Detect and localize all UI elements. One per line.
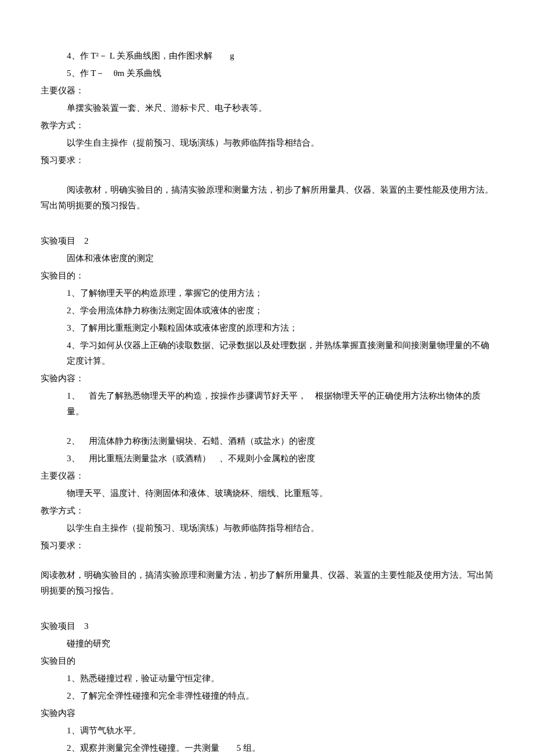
exp3-purpose-item-1: 1、熟悉碰撞过程，验证动量守恒定律。 [41, 671, 493, 686]
exp2-purpose-item-3: 3、了解用比重瓶测定小颗粒固体或液体密度的原理和方法； [41, 320, 493, 336]
exp2-purpose-item-4-text: 4、学习如何从仪器上正确的读取数据、记录数据以及处理数据，并熟练掌握直接测量和间… [67, 341, 489, 366]
exp3-project-label: 实验项目 3 [41, 618, 493, 634]
exp1-instrument-text: 单摆实验装置一套、米尺、游标卡尺、电子秒表等。 [41, 100, 493, 116]
exp2-purpose-item-4: 4、学习如何从仪器上正确的读取数据、记录数据以及处理数据，并熟练掌握直接测量和间… [41, 338, 493, 369]
exp2-teaching-text: 以学生自主操作（提前预习、现场演练）与教师临阵指导相结合。 [41, 520, 493, 536]
exp3-content-item-2: 2、观察并测量完全弹性碰撞。一共测量 5 组。 [41, 740, 493, 756]
exp1-teaching-label: 教学方式： [41, 118, 493, 133]
exp2-content-label: 实验内容： [41, 371, 493, 386]
exp3-purpose-item-2: 2、了解完全弹性碰撞和完全非弹性碰撞的特点。 [41, 688, 493, 704]
exp2-purpose-item-2: 2、学会用流体静力称衡法测定固体或液体的密度； [41, 303, 493, 319]
exp2-purpose-item-1: 1、了解物理天平的构造原理，掌握它的使用方法； [41, 285, 493, 301]
exp1-content-item-4: 4、作 T²－ L 关系曲线图，由作图求解 g [41, 48, 493, 64]
exp3-title: 碰撞的研究 [41, 636, 493, 652]
exp3-content-label: 实验内容 [41, 706, 493, 721]
exp2-project-label: 实验项目 2 [41, 233, 493, 249]
exp1-content-item-5: 5、作 T－ θm 关系曲线 [41, 66, 493, 81]
exp1-instrument-label: 主要仪器： [41, 83, 493, 99]
exp1-preview-text: 阅读教材，明确实验目的，搞清实验原理和测量方法，初步了解所用量具、仪器、装置的主… [41, 182, 493, 214]
exp2-instrument-text: 物理天平、温度计、待测固体和液体、玻璃烧杯、细线、比重瓶等。 [41, 486, 493, 501]
exp2-content-item-3: 3、 用比重瓶法测量盐水（或酒精） 、不规则小金属粒的密度 [41, 451, 493, 466]
exp2-title: 固体和液体密度的测定 [41, 251, 493, 266]
exp2-preview-text: 阅读教材，明确实验目的，搞清实验原理和测量方法，初步了解所用量具、仪器、装置的主… [41, 567, 493, 599]
exp3-purpose-label: 实验目的 [41, 653, 493, 669]
exp2-teaching-label: 教学方式： [41, 503, 493, 519]
exp2-content-item-1: 1、 首先了解熟悉物理天平的构造，按操作步骤调节好天平， 根据物理天平的正确使用… [41, 388, 493, 419]
exp1-teaching-text: 以学生自主操作（提前预习、现场演练）与教师临阵指导相结合。 [41, 135, 493, 151]
exp3-content-item-1: 1、调节气轨水平。 [41, 723, 493, 739]
exp2-purpose-label: 实验目的： [41, 268, 493, 284]
exp1-preview-label: 预习要求： [41, 153, 493, 168]
exp2-preview-label: 预习要求： [41, 538, 493, 554]
exp2-content-item-2: 2、 用流体静力称衡法测量铜块、石蜡、酒精（或盐水）的密度 [41, 433, 493, 449]
exp2-instrument-label: 主要仪器： [41, 468, 493, 484]
